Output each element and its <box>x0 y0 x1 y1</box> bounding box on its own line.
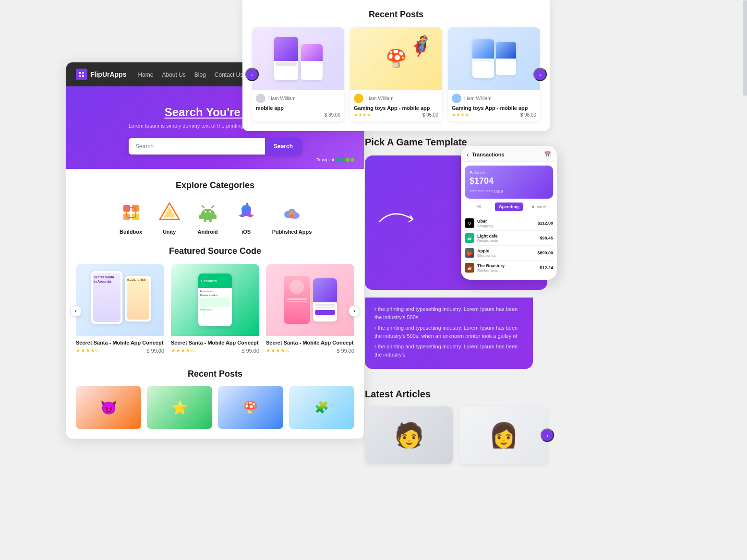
nav-home[interactable]: Home <box>138 71 153 78</box>
tx-roastery-sub: Restaurants <box>477 268 505 273</box>
svg-line-16 <box>202 206 204 208</box>
phone-mockup-header: ‹ Transactions 📅 <box>461 146 557 162</box>
trust-dot-2 <box>341 158 345 162</box>
scrollbar-thumb[interactable] <box>743 0 747 96</box>
featured-card-2[interactable]: Lessons Exercises Pronunciation Podcasts <box>171 264 259 357</box>
desc-line-1: r the printing and typesetting industry.… <box>374 305 523 321</box>
trust-dot-4 <box>350 158 354 162</box>
recent-posts-right-cards: ‹ <box>252 27 540 121</box>
rp-card-2-stars: ★★★★ <box>354 112 371 118</box>
featured-card-1-image: Secret Santain Arounda Maddison Bill <box>76 264 164 336</box>
rp-card-2[interactable]: 🍄 🦸 Liam William Gaming toys App - mobil… <box>350 27 442 121</box>
latest-articles-next-button[interactable]: › <box>541 429 554 442</box>
recent-card-4[interactable]: 🧩 <box>289 386 354 429</box>
recent-posts-left-cards: 😈 ⭐ 🍄 🧩 <box>76 386 354 429</box>
tx-roastery-name: The Roastery <box>477 263 505 268</box>
phone-tab-all[interactable]: All <box>465 203 493 211</box>
la-card-1[interactable]: 🧑 <box>365 406 453 464</box>
category-buildbox[interactable]: Buildbox <box>119 200 144 235</box>
recent-card-1[interactable]: 😈 <box>76 386 141 429</box>
rp-card-3-price: $ 98.00 <box>520 112 536 118</box>
phone-tab-income[interactable]: Income <box>525 203 553 211</box>
cafe-icon: ☕ <box>465 233 474 243</box>
rp-card-1-img <box>252 27 344 90</box>
category-unity-label: Unity <box>163 229 176 235</box>
navbar-logo: FlipUrApps <box>76 69 126 80</box>
android-icon <box>195 200 220 225</box>
card-number-dots: **** **** **** 4459 <box>470 189 548 194</box>
tx-apple-name: Apple <box>477 249 496 253</box>
svg-rect-21 <box>209 218 212 222</box>
tx-uber-left: U Uber Shopping <box>465 218 494 228</box>
phone-tab-spending[interactable]: Spending <box>495 203 523 211</box>
svg-marker-10 <box>164 207 175 217</box>
phone-back-icon: ‹ <box>467 151 469 158</box>
featured-card-2-image: Lessons Exercises Pronunciation Podcasts <box>171 264 259 336</box>
featured-card-3-info: Secret Santa - Mobile App Concept ★★★★½ … <box>266 336 354 357</box>
tx-apple: 🍎 Apple Electronics $899.00 <box>465 246 553 261</box>
trust-dot-3 <box>346 158 349 162</box>
phone-balance-card: Balance: $1704 **** **** **** 4459 <box>465 166 553 199</box>
recent-posts-next-button[interactable]: › <box>533 68 547 81</box>
phone-header-title: Transactions <box>472 152 505 157</box>
roastery-icon: ☕ <box>465 263 474 273</box>
search-bar: Search <box>129 138 301 155</box>
pick-game-section: Pick A Game Template ‹ Transactions 📅 Ba… <box>365 137 547 290</box>
recent-card-4-img: 🧩 <box>289 386 354 429</box>
svg-rect-19 <box>214 214 217 219</box>
recent-posts-left-title: Recent Posts <box>76 369 354 379</box>
featured-card-1[interactable]: Secret Santain Arounda Maddison Bill Sec… <box>76 264 164 357</box>
carousel-prev-button[interactable]: ‹ <box>70 305 82 317</box>
recent-card-2[interactable]: ⭐ <box>147 386 212 429</box>
rp-card-1[interactable]: Liam William mobile app $ 39.00 <box>252 27 344 121</box>
unity-icon <box>157 200 182 225</box>
rp-card-2-title: Gaming toys App - mobile app <box>354 105 438 111</box>
featured-card-2-bottom: ★★★★½ $ 99.00 <box>171 347 259 354</box>
la-card-2[interactable]: 👩 <box>459 406 547 464</box>
recent-posts-prev-button[interactable]: ‹ <box>245 68 259 81</box>
svg-rect-2 <box>79 75 81 77</box>
recent-card-3-img: 🍄 <box>218 386 283 429</box>
ios-icon <box>234 200 259 225</box>
tx-apple-left: 🍎 Apple Electronics <box>465 248 496 258</box>
phone-tabs: All Spending Income <box>465 203 553 211</box>
rp-card-3-title: Gaming toys App - mobile app <box>452 105 536 111</box>
rp-card-3-bottom: ★★★★ $ 98.00 <box>452 112 536 118</box>
rp-card-3[interactable]: Liam William Gaming toys App - mobile ap… <box>448 27 540 121</box>
featured-card-2-info: Secret Santa - Mobile App Concept ★★★★½ … <box>171 336 259 357</box>
recent-card-1-img: 😈 <box>76 386 141 429</box>
nav-contact[interactable]: Contact Us <box>215 71 243 78</box>
tx-roastery-amount: $12.24 <box>540 265 553 270</box>
nav-about[interactable]: About Us <box>162 71 185 78</box>
category-unity[interactable]: Unity <box>157 200 182 235</box>
tx-roastery-left: ☕ The Roastery Restaurants <box>465 263 505 273</box>
balance-amount: $1704 <box>470 176 548 186</box>
rp-card-1-avatar <box>256 94 265 103</box>
rp-card-2-body: Liam William Gaming toys App - mobile ap… <box>350 90 442 121</box>
nav-blog[interactable]: Blog <box>194 71 206 78</box>
svg-rect-3 <box>82 75 84 77</box>
desc-line-2: r the printing and typesetting industry.… <box>374 324 523 340</box>
carousel-next-button[interactable]: › <box>349 305 360 317</box>
rp-card-1-price: $ 39.00 <box>325 112 340 118</box>
scrollbar[interactable] <box>743 0 747 560</box>
category-published[interactable]: Published Apps <box>272 200 312 235</box>
svg-rect-13 <box>201 216 215 218</box>
tx-cafe-left: ☕ Light cafe Restaurants <box>465 233 498 243</box>
game-arrow-icon <box>374 203 432 243</box>
featured-card-3[interactable]: Secret Santa - Mobile App Concept ★★★★½ … <box>266 264 354 357</box>
search-button[interactable]: Search <box>265 138 301 155</box>
svg-rect-20 <box>204 218 206 222</box>
category-ios[interactable]: iOS <box>234 200 259 235</box>
trust-dot-1 <box>336 158 340 162</box>
tx-apple-amount: $899.00 <box>537 250 553 255</box>
search-input[interactable] <box>129 138 265 155</box>
recent-card-3[interactable]: 🍄 <box>218 386 283 429</box>
category-android[interactable]: Android <box>195 200 220 235</box>
rp-card-1-author-name: Liam William <box>268 96 296 101</box>
navbar-links: Home About Us Blog Contact Us <box>138 70 243 79</box>
tx-roastery: ☕ The Roastery Restaurants $12.24 <box>465 261 553 275</box>
rp-card-2-img: 🍄 🦸 <box>350 27 442 90</box>
published-apps-icon <box>279 200 304 225</box>
rp-card-3-stars: ★★★★ <box>452 112 469 118</box>
